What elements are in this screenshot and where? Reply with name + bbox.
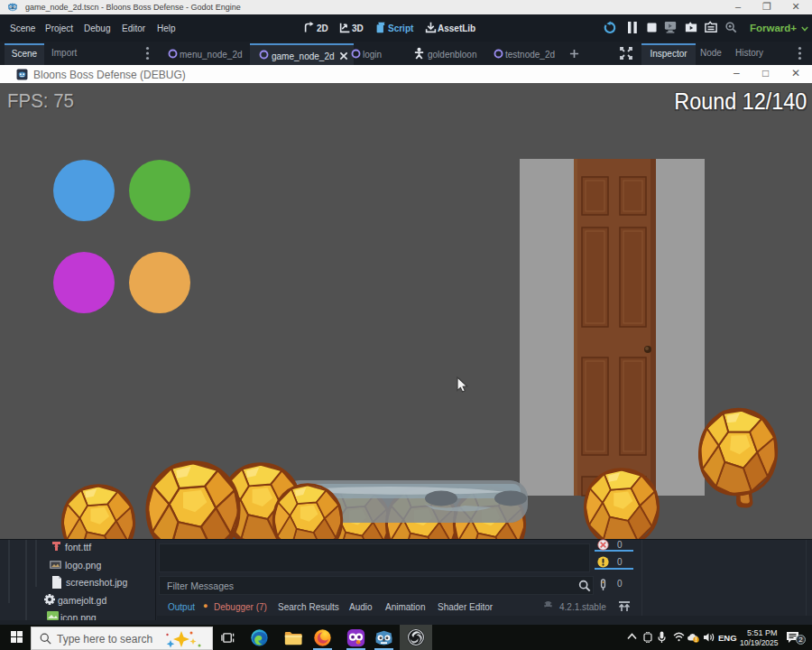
svg-text:!: !: [695, 636, 697, 643]
